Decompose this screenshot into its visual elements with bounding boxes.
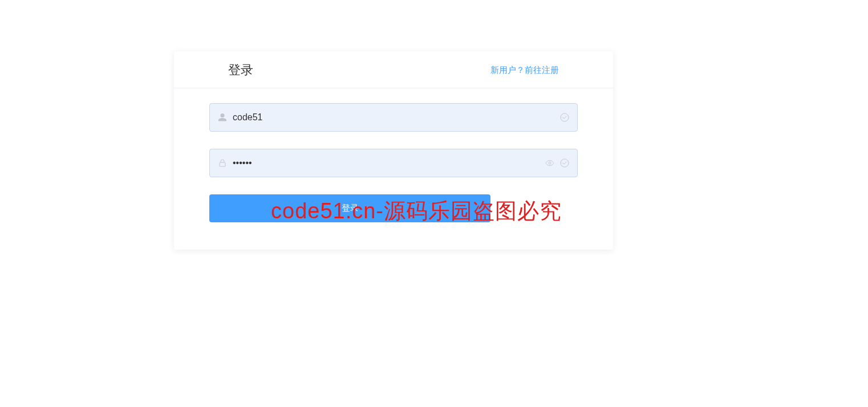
check-circle-icon	[560, 158, 569, 168]
svg-point-3	[561, 159, 569, 167]
password-input-wrapper	[209, 149, 578, 177]
card-body: 登录	[174, 88, 613, 250]
password-input[interactable]	[233, 149, 545, 177]
page-title: 登录	[228, 62, 253, 79]
password-form-item	[209, 149, 578, 177]
svg-point-2	[549, 162, 551, 164]
card-header: 登录 新用户？前往注册	[174, 51, 613, 88]
login-card: 登录 新用户？前往注册	[174, 51, 613, 250]
svg-rect-1	[220, 162, 225, 166]
login-button[interactable]: 登录	[209, 194, 490, 222]
register-link[interactable]: 新用户？前往注册	[490, 65, 559, 76]
password-suffix	[545, 158, 569, 168]
username-suffix	[560, 113, 569, 122]
user-icon	[218, 113, 227, 122]
svg-point-0	[561, 113, 569, 121]
username-input[interactable]	[233, 104, 560, 131]
check-circle-icon	[560, 113, 569, 122]
eye-icon[interactable]	[545, 158, 554, 168]
username-input-wrapper	[209, 103, 578, 132]
username-form-item	[209, 103, 578, 132]
lock-icon	[218, 158, 227, 168]
